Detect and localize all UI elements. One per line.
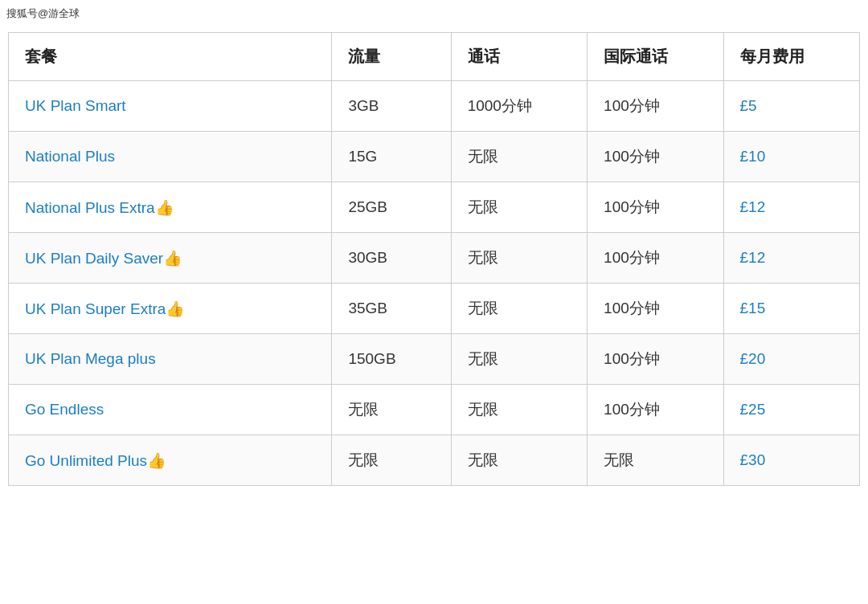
col-header-price: 每月费用 xyxy=(723,33,859,81)
plan-price-cell: £20 xyxy=(723,334,859,385)
plan-data-cell: 无限 xyxy=(332,435,451,486)
table-row: National Plus15G无限100分钟£10 xyxy=(9,132,860,182)
plan-name-cell[interactable]: Go Unlimited Plus👍 xyxy=(9,435,332,486)
table-row: UK Plan Super Extra👍35GB无限100分钟£15 xyxy=(9,284,860,334)
plan-intl-cell: 100分钟 xyxy=(588,132,723,182)
plan-price-cell: £25 xyxy=(723,385,859,435)
plans-table: 套餐 流量 通话 国际通话 每月费用 UK Plan Smart3GB1000分… xyxy=(8,32,860,486)
plan-name-cell[interactable]: UK Plan Daily Saver👍 xyxy=(9,233,332,284)
plan-price-cell: £15 xyxy=(723,284,859,334)
col-header-intl: 国际通话 xyxy=(588,33,723,81)
plan-name-cell[interactable]: UK Plan Smart xyxy=(9,81,332,132)
plan-name-cell[interactable]: UK Plan Super Extra👍 xyxy=(9,284,332,334)
plan-intl-cell: 无限 xyxy=(588,435,723,486)
plan-call-cell: 无限 xyxy=(451,182,587,233)
plan-price-cell: £30 xyxy=(723,435,859,486)
plan-call-cell: 无限 xyxy=(451,284,587,334)
col-header-data: 流量 xyxy=(332,33,451,81)
plan-data-cell: 3GB xyxy=(332,81,451,132)
table-row: UK Plan Mega plus150GB无限100分钟£20 xyxy=(9,334,860,385)
plan-data-cell: 30GB xyxy=(332,233,451,284)
plan-intl-cell: 100分钟 xyxy=(588,81,723,132)
plan-intl-cell: 100分钟 xyxy=(588,385,723,435)
plan-name-cell[interactable]: National Plus Extra👍 xyxy=(9,182,332,233)
plan-data-cell: 35GB xyxy=(332,284,451,334)
plan-intl-cell: 100分钟 xyxy=(588,334,723,385)
plan-intl-cell: 100分钟 xyxy=(588,233,723,284)
table-wrapper: 套餐 流量 通话 国际通话 每月费用 UK Plan Smart3GB1000分… xyxy=(8,32,860,486)
plan-name-cell[interactable]: National Plus xyxy=(9,132,332,182)
plan-call-cell: 1000分钟 xyxy=(451,81,587,132)
plan-price-cell: £10 xyxy=(723,132,859,182)
plan-name-cell[interactable]: UK Plan Mega plus xyxy=(9,334,332,385)
plan-data-cell: 15G xyxy=(332,132,451,182)
page-container: 搜狐号@游全球 套餐 流量 通话 国际通话 每月费用 UK Plan Smart… xyxy=(0,0,868,604)
plan-intl-cell: 100分钟 xyxy=(588,284,723,334)
plan-price-cell: £12 xyxy=(723,233,859,284)
plan-call-cell: 无限 xyxy=(451,435,587,486)
plan-call-cell: 无限 xyxy=(451,132,587,182)
table-row: Go Endless无限无限100分钟£25 xyxy=(9,385,860,435)
col-header-plan: 套餐 xyxy=(9,33,332,81)
plan-call-cell: 无限 xyxy=(451,385,587,435)
plan-price-cell: £5 xyxy=(723,81,859,132)
plan-call-cell: 无限 xyxy=(451,233,587,284)
table-row: Go Unlimited Plus👍无限无限无限£30 xyxy=(9,435,860,486)
plan-intl-cell: 100分钟 xyxy=(588,182,723,233)
table-row: UK Plan Smart3GB1000分钟100分钟£5 xyxy=(9,81,860,132)
plan-data-cell: 无限 xyxy=(332,385,451,435)
col-header-call: 通话 xyxy=(451,33,587,81)
table-row: UK Plan Daily Saver👍30GB无限100分钟£12 xyxy=(9,233,860,284)
plan-price-cell: £12 xyxy=(723,182,859,233)
plan-name-cell[interactable]: Go Endless xyxy=(9,385,332,435)
watermark: 搜狐号@游全球 xyxy=(6,6,80,21)
table-row: National Plus Extra👍25GB无限100分钟£12 xyxy=(9,182,860,233)
plan-call-cell: 无限 xyxy=(451,334,587,385)
plan-data-cell: 150GB xyxy=(332,334,451,385)
plan-data-cell: 25GB xyxy=(332,182,451,233)
